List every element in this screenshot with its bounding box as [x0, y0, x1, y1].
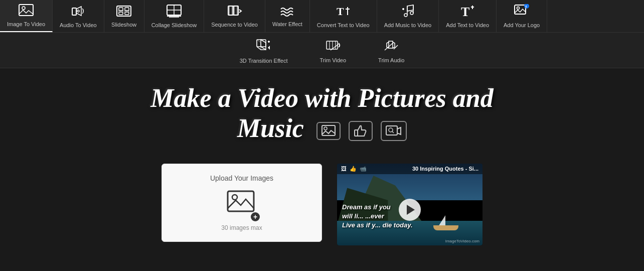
svg-point-43	[389, 128, 393, 132]
nav-item-sequence-to-video[interactable]: Sequence to Video	[204, 0, 265, 32]
upload-label: Upload Your Images	[210, 174, 273, 182]
svg-line-44	[392, 131, 394, 133]
upload-limit: 30 images max	[221, 224, 262, 231]
add-music-to-video-icon	[400, 4, 415, 20]
svg-point-40	[324, 127, 327, 130]
add-your-logo-icon: f	[514, 4, 529, 20]
nav-label-sequence-to-video: Sequence to Video	[211, 22, 258, 28]
video-quote: Dream as if you will li... ...ever Live …	[342, 203, 477, 230]
svg-rect-32	[327, 41, 338, 49]
svg-rect-0	[19, 5, 33, 16]
nav-label-water-effect: Water Effect	[272, 21, 302, 27]
nav-item-water-effect[interactable]: Water Effect	[265, 0, 310, 32]
upload-box[interactable]: Upload Your Images + 30 images max	[162, 164, 322, 242]
convert-text-to-video-icon: T	[336, 4, 351, 20]
hero-like-icon[interactable]	[349, 121, 373, 141]
svg-rect-6	[119, 8, 123, 11]
nav-label-convert-text-to-video: Convert Text to Video	[317, 22, 370, 28]
hero-image-icon[interactable]	[316, 122, 341, 140]
svg-rect-27	[515, 5, 526, 14]
nav-item-trim-video[interactable]: Trim Video	[314, 37, 353, 65]
svg-point-25	[410, 12, 413, 15]
video-title: 30 Inspiring Quotes - Si...	[412, 166, 478, 172]
svg-rect-42	[386, 126, 397, 135]
nav-item-audio-to-video[interactable]: Audio To Video	[53, 0, 104, 32]
video-top-bar: 🖼👍📹 30 Inspiring Quotes - Si...	[337, 164, 482, 174]
nav-item-slideshow[interactable]: Slideshow	[104, 0, 144, 32]
svg-point-3	[77, 10, 79, 12]
hero-video-search-icon[interactable]	[381, 121, 407, 141]
nav-label-add-your-logo: Add Your Logo	[504, 22, 540, 28]
trim-audio-icon	[384, 39, 399, 55]
nav-label-slideshow: Slideshow	[111, 22, 136, 28]
nav-label-add-music-to-video: Add Music to Video	[384, 22, 432, 28]
svg-rect-8	[119, 12, 123, 15]
nav-item-3d-transition[interactable]: 3D Transition Effect	[234, 37, 294, 66]
collage-slideshow-icon	[167, 4, 182, 20]
second-navigation: 3D Transition Effect Trim Video	[0, 33, 644, 68]
svg-point-1	[22, 7, 25, 10]
nav-item-add-your-logo[interactable]: f Add Your Logo	[497, 0, 547, 32]
nav-label-image-to-video: Image To Video	[7, 21, 45, 27]
main-content: Upload Your Images + 30 images max	[0, 154, 644, 255]
nav-item-image-to-video[interactable]: Image To Video	[0, 0, 53, 32]
nav-label-audio-to-video: Audio To Video	[60, 22, 97, 28]
nav-item-add-music-to-video[interactable]: Add Music to Video	[377, 0, 439, 32]
water-effect-icon	[280, 5, 295, 19]
video-watermark: ImageToVideo.com	[445, 239, 479, 243]
upload-icon-container: +	[227, 189, 257, 219]
svg-rect-2	[72, 8, 76, 15]
video-preview[interactable]: 🖼👍📹 30 Inspiring Quotes - Si... Dream as…	[337, 164, 482, 245]
audio-to-video-icon	[71, 4, 85, 20]
video-overlay: 🖼👍📹 30 Inspiring Quotes - Si... Dream as…	[337, 164, 482, 245]
svg-rect-45	[228, 191, 254, 211]
svg-text:T: T	[337, 5, 344, 18]
3d-transition-icon	[256, 39, 272, 56]
svg-text:T: T	[461, 5, 469, 18]
add-text-to-video-icon: T	[460, 4, 475, 20]
trim-video-icon	[326, 39, 341, 55]
nav-item-add-text-to-video[interactable]: T Add Text to Video	[439, 0, 497, 32]
sequence-to-video-icon	[227, 5, 242, 20]
svg-rect-41	[355, 130, 358, 136]
nav-item-trim-audio[interactable]: Trim Audio	[372, 37, 410, 65]
3d-transition-label: 3D Transition Effect	[240, 58, 288, 64]
svg-rect-7	[125, 8, 129, 11]
top-navigation: Image To Video Audio To Video Slideshow	[0, 0, 644, 33]
svg-point-46	[232, 195, 237, 200]
svg-point-28	[517, 7, 520, 10]
hero-icons	[316, 121, 407, 141]
svg-rect-9	[125, 12, 129, 15]
hero-section: Make a Video with Pictures and Music	[0, 68, 644, 154]
nav-label-add-text-to-video: Add Text to Video	[446, 22, 489, 28]
svg-text:f: f	[526, 5, 527, 9]
nav-item-collage-slideshow[interactable]: Collage Slideshow	[144, 0, 205, 32]
hero-title: Make a Video with Pictures and Music	[10, 83, 634, 144]
trim-audio-label: Trim Audio	[378, 57, 404, 63]
nav-label-collage-slideshow: Collage Slideshow	[151, 22, 197, 28]
video-top-icons: 🖼👍📹	[341, 166, 367, 172]
trim-video-label: Trim Video	[320, 57, 347, 63]
upload-plus-icon: +	[251, 212, 260, 221]
slideshow-icon	[116, 5, 131, 20]
svg-point-24	[404, 14, 407, 17]
nav-item-convert-text-to-video[interactable]: T Convert Text to Video	[310, 0, 377, 32]
image-to-video-icon	[19, 4, 34, 19]
